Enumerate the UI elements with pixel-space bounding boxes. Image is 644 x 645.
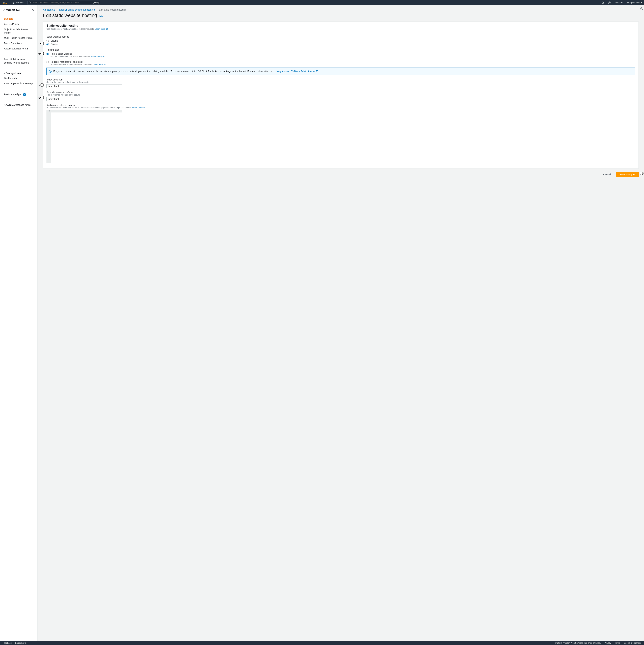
main-content: Amazon S3 › angular-github-actions-amazo…: [37, 5, 644, 641]
annotation-hand-2: 2: [38, 52, 44, 56]
svg-point-9: [50, 71, 50, 71]
learn-more-link[interactable]: Learn more: [95, 28, 108, 30]
svg-text:aws: aws: [3, 2, 5, 3]
svg-rect-7: [641, 9, 642, 9]
learn-more-link[interactable]: Learn more: [132, 106, 146, 109]
learn-more-link[interactable]: Learn more: [93, 63, 106, 66]
error-document-input[interactable]: [46, 97, 122, 101]
index-document-input[interactable]: [46, 84, 122, 88]
page-title: Edit static website hosting: [43, 13, 97, 18]
chevron-down-icon: [621, 2, 623, 3]
external-link-icon: [106, 28, 108, 30]
notifications-button[interactable]: [600, 0, 606, 5]
search-shortcut: [Alt+S]: [93, 2, 99, 4]
radio-disable[interactable]: Disable: [46, 39, 635, 42]
sidebar-item-batch[interactable]: Batch Operations: [3, 41, 35, 46]
language-selector[interactable]: English (US): [15, 642, 28, 644]
svg-point-1: [29, 2, 30, 3]
sidebar: Amazon S3 ✕ Buckets Access Points Object…: [0, 5, 37, 641]
search-icon: [29, 2, 31, 4]
sidebar-item-block-public[interactable]: Block Public Access settings for this ac…: [3, 57, 35, 65]
aws-logo[interactable]: aws: [0, 0, 10, 5]
grid-icon: [13, 2, 14, 4]
breadcrumb-current: Edit static website hosting: [99, 8, 126, 11]
radio-host-static[interactable]: Host a static website 2: [46, 52, 635, 55]
sidebar-item-olap[interactable]: Object Lambda Access Points: [3, 27, 35, 35]
svg-rect-10: [50, 71, 50, 72]
error-document-hint: This is returned when an error occurs.: [46, 94, 635, 96]
close-sidebar-icon[interactable]: ✕: [31, 8, 34, 12]
redirection-rules-hint: Redirection rules, written in JSON, auto…: [46, 106, 635, 109]
sidebar-group-storage-lens[interactable]: Storage Lens: [3, 71, 35, 75]
info-link[interactable]: Info: [99, 15, 103, 17]
redirect-sub: Redirect requests to another bucket or d…: [50, 63, 635, 66]
copyright: © 2022, Amazon Web Services, Inc. or its…: [555, 642, 601, 644]
cancel-button[interactable]: Cancel: [600, 172, 614, 177]
footer: Feedback English (US) © 2022, Amazon Web…: [0, 641, 644, 645]
privacy-link[interactable]: Privacy: [605, 642, 611, 644]
help-button[interactable]: ?: [606, 0, 613, 5]
chevron-down-icon: [4, 73, 5, 74]
account-menu[interactable]: rodrigokamada: [625, 0, 644, 5]
host-static-sub: Use the bucket endpoint as the web addre…: [50, 55, 635, 58]
feedback-link[interactable]: Feedback: [3, 642, 12, 644]
static-website-hosting-panel: Static website hosting Use this bucket t…: [43, 21, 639, 169]
annotation-hand-5: 5: [640, 172, 644, 176]
sidebar-title: Amazon S3: [3, 8, 20, 12]
chevron-right-icon: ›: [57, 8, 57, 11]
sidebar-item-access-analyzer[interactable]: Access analyzer for S3: [3, 46, 35, 51]
services-menu[interactable]: Services: [10, 2, 26, 4]
index-document-label: Index document: [46, 78, 635, 81]
learn-more-link[interactable]: Learn more: [92, 55, 105, 58]
info-panel-toggle[interactable]: [640, 7, 643, 11]
external-link-icon: [143, 106, 145, 109]
hosting-type-label: Hosting type: [46, 48, 635, 51]
terms-link[interactable]: Terms: [615, 642, 620, 644]
breadcrumb: Amazon S3 › angular-github-actions-amazo…: [37, 5, 644, 12]
search-input[interactable]: [27, 1, 100, 5]
external-link-icon: [103, 55, 105, 57]
annotation-hand-1: 1: [38, 42, 44, 46]
svg-text:?: ?: [609, 2, 610, 4]
sidebar-item-aws-orgs[interactable]: AWS Organizations settings: [3, 81, 35, 86]
breadcrumb-s3[interactable]: Amazon S3: [43, 8, 55, 11]
external-link-icon: [316, 70, 318, 72]
services-label: Services: [16, 2, 23, 4]
sidebar-item-buckets[interactable]: Buckets: [3, 16, 35, 22]
radio-redirect[interactable]: Redirect requests for an object: [46, 60, 635, 63]
chevron-right-icon: ›: [97, 8, 98, 11]
annotation-hand-3: 3: [38, 84, 44, 87]
redirection-rules-editor[interactable]: 1: [46, 110, 122, 163]
sidebar-item-mrap[interactable]: Multi-Region Access Points: [3, 35, 35, 41]
cookie-preferences-link[interactable]: Cookie preferences: [624, 642, 641, 644]
top-navigation: aws Services [Alt+S] ? Global rodrigokam…: [0, 0, 644, 5]
sidebar-item-access-points[interactable]: Access Points: [3, 22, 35, 27]
panel-title: Static website hosting: [46, 24, 635, 27]
radio-enable[interactable]: Enable 1: [46, 43, 635, 45]
redirection-rules-label: Redirection rules – optional: [46, 104, 635, 106]
sidebar-item-dashboards[interactable]: Dashboards: [3, 75, 35, 81]
feature-badge: 3: [23, 93, 26, 96]
chevron-down-icon: [641, 2, 642, 3]
chevron-right-icon: [4, 104, 5, 105]
chevron-down-icon: [27, 643, 28, 643]
info-icon: [49, 70, 52, 73]
save-changes-button[interactable]: Save changes: [616, 172, 639, 177]
sidebar-item-feature-spotlight[interactable]: Feature spotlight3: [3, 92, 35, 97]
sidebar-item-marketplace[interactable]: AWS Marketplace for S3: [3, 102, 35, 107]
svg-line-2: [30, 3, 31, 4]
error-document-label: Error document - optional: [46, 91, 635, 94]
breadcrumb-bucket[interactable]: angular-github-actions-amazon-s3: [59, 8, 95, 11]
info-alert: For your customers to access content at …: [46, 67, 635, 75]
region-selector[interactable]: Global: [613, 0, 625, 5]
search-wrapper: [Alt+S]: [27, 1, 100, 5]
index-document-hint: Specify the home or default page of the …: [46, 81, 635, 83]
annotation-hand-4: 4: [38, 96, 44, 100]
svg-point-6: [641, 8, 642, 8]
block-public-access-link[interactable]: Using Amazon S3 Block Public Access: [275, 70, 318, 72]
panel-description: Use this bucket to host a website or red…: [46, 28, 635, 30]
swh-label: Static website hosting: [46, 35, 635, 38]
external-link-icon: [104, 63, 106, 65]
